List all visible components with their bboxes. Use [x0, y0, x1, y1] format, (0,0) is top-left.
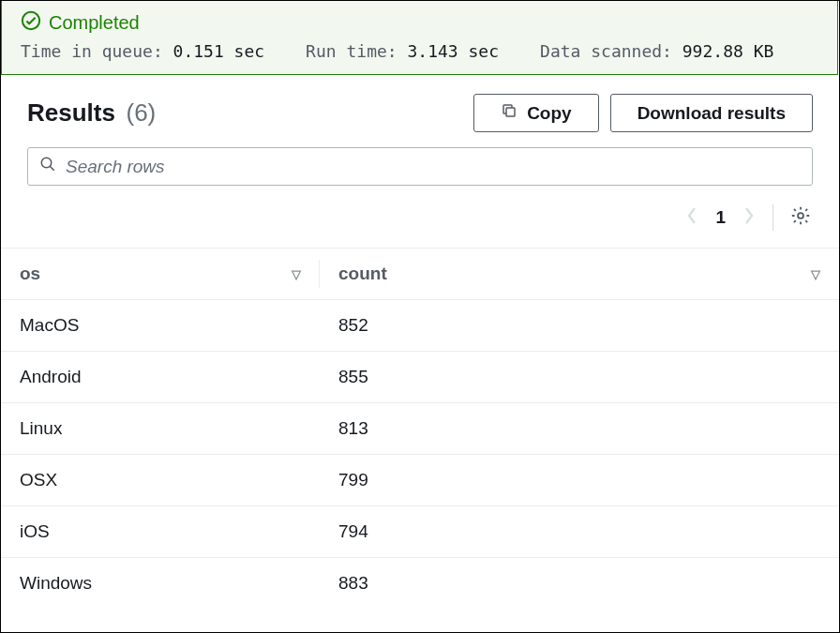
column-header-count[interactable]: count ▽	[320, 249, 839, 299]
table-header: os ▽ count ▽	[1, 249, 839, 300]
sort-icon: ▽	[292, 267, 301, 281]
search-icon	[39, 156, 56, 177]
search-input[interactable]	[66, 157, 801, 177]
cell-os: OSX	[1, 455, 320, 505]
table-row: Android855	[1, 352, 839, 403]
page-number: 1	[715, 207, 726, 228]
cell-os: Android	[1, 352, 320, 402]
cell-count: 883	[320, 558, 839, 609]
column-header-os-label: os	[20, 264, 40, 284]
copy-button[interactable]: Copy	[473, 94, 599, 132]
copy-button-label: Copy	[527, 103, 572, 124]
run-time: Run time: 3.143 sec	[306, 41, 499, 61]
results-count: (6)	[126, 98, 156, 127]
column-header-count-label: count	[338, 264, 387, 284]
header-buttons: Copy Download results	[473, 94, 813, 132]
chevron-right-icon	[742, 205, 756, 226]
download-results-label: Download results	[638, 103, 786, 124]
table-row: Windows883	[1, 558, 839, 609]
search-box[interactable]	[27, 147, 813, 186]
table-row: Linux813	[1, 403, 839, 455]
status-line: Completed	[21, 10, 818, 36]
svg-point-2	[41, 158, 52, 168]
prev-page-button[interactable]	[685, 205, 698, 231]
column-header-os[interactable]: os ▽	[1, 249, 320, 299]
svg-rect-1	[506, 108, 515, 116]
svg-line-3	[50, 166, 54, 171]
sort-icon: ▽	[811, 267, 820, 281]
next-page-button[interactable]	[742, 205, 756, 231]
check-circle-icon	[21, 10, 41, 36]
results-title-group: Results (6)	[27, 98, 156, 128]
search-wrap	[1, 147, 839, 199]
queue-time: Time in queue: 0.151 sec	[21, 41, 264, 61]
cell-count: 813	[320, 403, 839, 454]
status-bar: Completed Time in queue: 0.151 sec Run t…	[1, 1, 838, 75]
cell-count: 855	[320, 352, 839, 402]
download-results-button[interactable]: Download results	[610, 94, 813, 132]
copy-icon	[501, 102, 518, 124]
table-body: MacOS852Android855Linux813OSX799iOS794Wi…	[1, 300, 839, 609]
table-row: iOS794	[1, 506, 839, 558]
status-metrics: Time in queue: 0.151 sec Run time: 3.143…	[21, 41, 818, 61]
gear-icon	[790, 205, 811, 226]
pagination-row: 1	[1, 199, 839, 248]
chevron-left-icon	[685, 205, 698, 226]
results-header: Results (6) Copy Download results	[1, 75, 839, 147]
cell-count: 799	[320, 455, 839, 505]
cell-os: MacOS	[1, 300, 320, 351]
settings-button[interactable]	[790, 205, 811, 231]
cell-count: 794	[320, 506, 839, 557]
cell-count: 852	[320, 300, 839, 351]
results-title: Results	[27, 98, 115, 127]
cell-os: iOS	[1, 506, 320, 557]
data-scanned: Data scanned: 992.88 KB	[540, 41, 773, 61]
svg-point-4	[798, 213, 803, 219]
cell-os: Windows	[1, 558, 320, 609]
status-label: Completed	[49, 12, 140, 34]
divider	[772, 204, 773, 231]
pager: 1	[685, 205, 756, 231]
cell-os: Linux	[1, 403, 320, 454]
results-table: os ▽ count ▽ MacOS852Android855Linux813O…	[1, 248, 839, 609]
table-row: MacOS852	[1, 300, 839, 352]
table-row: OSX799	[1, 455, 839, 506]
